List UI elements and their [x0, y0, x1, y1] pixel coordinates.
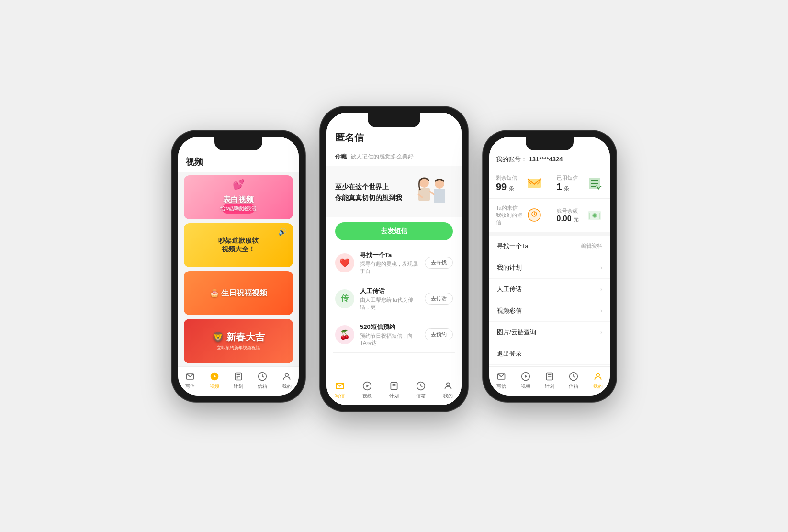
plan-icon-right [544, 371, 555, 382]
video-card-newyear[interactable]: 🦁 新春大吉 —立即预约新年视频祝福— [184, 319, 293, 363]
video-card-birthday[interactable]: 🎂 生日祝福视频 [184, 271, 293, 315]
heart-decoration: 💕 [233, 179, 245, 190]
chevron-my-plan: › [600, 264, 602, 271]
nav-mine-center[interactable]: 我的 [442, 380, 454, 399]
bottom-nav-center: 写信 视频 计划 [326, 376, 462, 405]
nav-write-left[interactable]: 写信 [184, 371, 196, 390]
stat-remaining-label: 剩余短信 [496, 174, 517, 181]
nav-video-left[interactable]: 视频 [209, 371, 220, 390]
hero-text-line1: 至少在这个世界上 [335, 181, 402, 192]
find-ta-button[interactable]: 去寻找 [425, 257, 453, 269]
find-ta-icon: ❤️ [339, 258, 350, 268]
reserve-title: 520短信预约 [360, 323, 419, 331]
stat-used-label: 已用短信 [557, 174, 578, 181]
stat-ta-mail-info: Ta的来信 我收到的短信 [496, 204, 526, 226]
phones-container: 视频 💕 表白视频 给ta专属小浪漫 立即发送 [152, 102, 636, 431]
relay-content: 人工传话 由人工帮您给Ta代为传话，更 [360, 287, 419, 311]
stat-balance-info: 账号余额 0.00 元 [557, 207, 579, 223]
feature-relay[interactable]: 传 人工传话 由人工帮您给Ta代为传话，更 去传话 [333, 281, 455, 317]
nav-plan-left[interactable]: 计划 [233, 371, 244, 390]
menu-find-ta-badge: 编辑资料 [581, 242, 602, 249]
relay-desc: 由人工帮您给Ta代为传话，更 [360, 296, 419, 311]
nav-label-inbox-left: 信箱 [258, 383, 267, 390]
account-number: 131****4324 [529, 156, 563, 163]
card-sub-newyear: —立即预约新年视频祝福— [213, 345, 264, 351]
speaker-icon: 🔊 [278, 228, 286, 236]
nav-label-video-right: 视频 [521, 383, 530, 390]
svg-point-42 [596, 373, 599, 376]
nav-inbox-right[interactable]: 信箱 [568, 371, 579, 390]
stat-balance-unit: 元 [574, 216, 579, 222]
stat-used-value: 1 [557, 181, 562, 192]
menu-find-ta[interactable]: 寻找一个Ta 编辑资料 [489, 236, 610, 257]
nav-write-center[interactable]: 写信 [334, 380, 346, 399]
nav-mine-left[interactable]: 我的 [281, 371, 293, 390]
stats-grid: 剩余短信 99 条 已用短信 [489, 169, 610, 232]
nav-video-center[interactable]: 视频 [361, 380, 373, 399]
nav-plan-right[interactable]: 计划 [544, 371, 555, 390]
menu-photo-cloud[interactable]: 图片/云链查询 › [489, 322, 610, 343]
stat-ta-mail[interactable]: Ta的来信 我收到的短信 [489, 199, 550, 232]
reserve-button[interactable]: 去预约 [425, 328, 453, 340]
video-list: 💕 表白视频 给ta专属小浪漫 立即发送 🔊 [178, 172, 299, 366]
chevron-video-sms: › [600, 307, 602, 314]
menu-relay-label: 人工传话 [497, 285, 522, 294]
bottom-nav-right: 写信 视频 计划 [489, 366, 610, 396]
relay-button[interactable]: 去传话 [425, 293, 453, 305]
menu-video-sms-right: › [600, 307, 602, 314]
subtitle-left: 你瞧 [335, 153, 347, 161]
nav-mine-right[interactable]: 我的 [592, 371, 604, 390]
account-prefix: 我的账号： [496, 156, 527, 163]
menu-logout[interactable]: 退出登录 [489, 343, 610, 365]
feature-find-ta[interactable]: ❤️ 寻找一个Ta 探寻有趣的灵魂，发现属于自 去寻找 [333, 245, 455, 281]
menu-relay[interactable]: 人工传话 › [489, 279, 610, 300]
reserve-icon: 🍒 [339, 329, 350, 340]
feature-reserve[interactable]: 🍒 520短信预约 预约节日祝福短信，向TA表达 去预约 [333, 317, 455, 353]
svg-rect-12 [434, 189, 445, 203]
mine-icon-center [442, 380, 454, 392]
nav-write-right[interactable]: 写信 [495, 371, 507, 390]
nav-label-mine-left: 我的 [282, 383, 292, 390]
nav-inbox-left[interactable]: 信箱 [257, 371, 268, 390]
notch-right [526, 137, 574, 150]
video-icon-right [520, 371, 531, 382]
relay-title: 人工传话 [360, 287, 419, 295]
menu-photo-cloud-right: › [600, 329, 602, 336]
stat-remaining-info: 剩余短信 99 条 [496, 174, 517, 192]
menu-my-plan[interactable]: 我的计划 › [489, 257, 610, 279]
hero-section: 至少在这个世界上 你能真真切切的想到我 [326, 166, 462, 217]
menu-video-sms-label: 视频彩信 [497, 306, 522, 315]
stat-used-unit: 条 [564, 185, 569, 191]
hero-text: 至少在这个世界上 你能真真切切的想到我 [335, 181, 402, 203]
nav-label-inbox-center: 信箱 [416, 393, 426, 399]
anon-subtitle: 你瞧 被人记住的感觉多么美好 [326, 150, 462, 166]
svg-point-34 [593, 214, 596, 217]
nav-label-plan-right: 计划 [545, 383, 554, 390]
reserve-icon-wrap: 🍒 [335, 325, 354, 344]
bottom-nav-left: 写信 视频 计划 [178, 366, 299, 396]
stat-balance-value-wrap: 0.00 元 [557, 215, 579, 223]
relay-icon-wrap: 传 [335, 289, 354, 308]
relay-icon: 传 [341, 294, 349, 304]
stat-remaining-icon [526, 175, 543, 192]
nav-label-write-left: 写信 [185, 383, 195, 390]
menu-video-sms[interactable]: 视频彩信 › [489, 300, 610, 322]
anon-screen: 匿名信 你瞧 被人记住的感觉多么美好 至少在这个世界上 你能真真切切的想到我 [326, 113, 462, 405]
stat-balance-icon [586, 206, 603, 224]
svg-marker-37 [525, 374, 527, 378]
send-sms-button[interactable]: 去发短信 [335, 222, 453, 240]
nav-label-inbox-right: 信箱 [569, 383, 578, 390]
video-card-confess[interactable]: 💕 表白视频 给ta专属小浪漫 立即发送 [184, 175, 293, 219]
nav-video-right[interactable]: 视频 [520, 371, 531, 390]
stat-remaining: 剩余短信 99 条 [489, 169, 550, 198]
nav-inbox-center[interactable]: 信箱 [415, 380, 427, 399]
stat-used-value-wrap: 1 条 [557, 181, 578, 192]
inbox-icon-left [257, 371, 268, 382]
nav-plan-center[interactable]: 计划 [388, 380, 400, 399]
reserve-content: 520短信预约 预约节日祝福短信，向TA表达 [360, 323, 419, 347]
stat-ta-mail-sublabel: 我收到的短信 [496, 212, 526, 226]
stat-balance-value: 0.00 [557, 215, 572, 223]
plan-icon-left [233, 371, 244, 382]
write-icon-left [184, 371, 196, 382]
video-card-apology[interactable]: 🔊 吵架道歉服软视频大全！ [184, 223, 293, 267]
